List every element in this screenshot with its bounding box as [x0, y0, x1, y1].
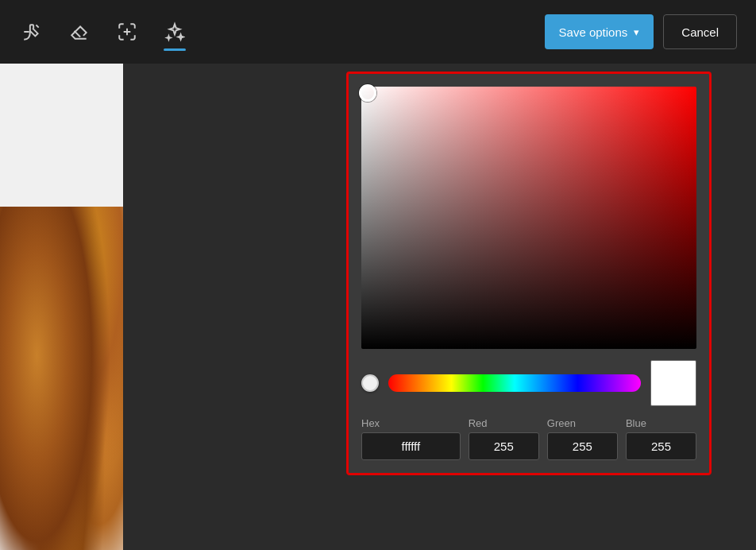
green-label: Green [547, 417, 618, 429]
chevron-down-icon: ▾ [634, 26, 639, 38]
hue-cursor-handle [361, 374, 379, 392]
blue-input-group: Blue [626, 417, 696, 460]
hex-input-group: Hex [361, 417, 461, 460]
green-input[interactable] [547, 432, 618, 460]
toolbar-actions: Save options ▾ Cancel [545, 14, 737, 49]
effect-tool[interactable] [162, 19, 187, 45]
toolbar-tools [19, 19, 187, 45]
eraser-tool[interactable] [67, 19, 92, 45]
color-picker-panel: Hex Red Green Blue [302, 64, 756, 550]
color-inputs: Hex Red Green Blue [361, 417, 696, 460]
save-options-button[interactable]: Save options ▾ [545, 14, 654, 49]
hue-row [361, 360, 696, 406]
main-area: Hex Red Green Blue [0, 64, 756, 550]
saturation-brightness-gradient[interactable] [361, 87, 696, 349]
heal-tool[interactable] [114, 19, 140, 45]
toolbar: Save options ▾ Cancel [0, 0, 756, 64]
red-input[interactable] [469, 432, 539, 460]
hue-slider[interactable] [388, 374, 641, 392]
hex-input[interactable] [361, 432, 461, 460]
color-picker: Hex Red Green Blue [346, 72, 712, 475]
blue-label: Blue [626, 417, 696, 429]
red-label: Red [469, 417, 539, 429]
blue-input[interactable] [626, 432, 696, 460]
brush-tool[interactable] [19, 19, 44, 45]
red-input-group: Red [469, 417, 539, 460]
green-input-group: Green [547, 417, 618, 460]
image-white-region [0, 64, 123, 207]
image-panel [0, 64, 302, 550]
sb-cursor[interactable] [359, 84, 376, 102]
image-canvas [0, 64, 123, 550]
hex-label: Hex [361, 417, 461, 429]
cancel-button[interactable]: Cancel [663, 14, 737, 49]
save-options-label: Save options [559, 25, 628, 39]
color-preview [650, 360, 696, 406]
